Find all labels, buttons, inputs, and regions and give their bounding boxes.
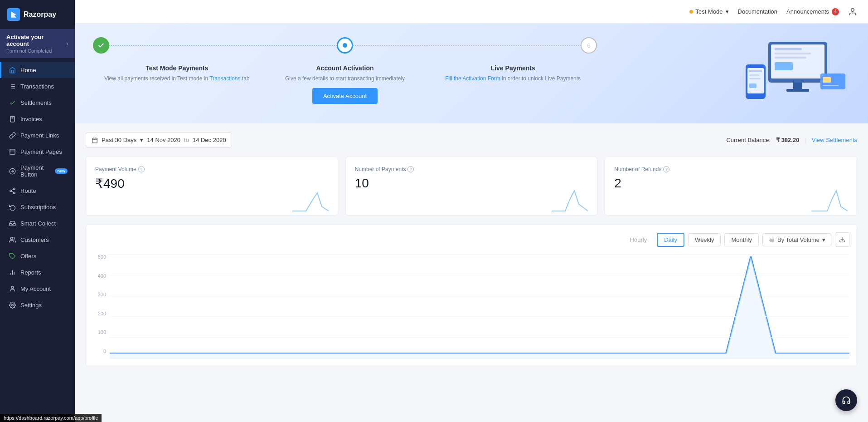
payment-button-badge: new [55, 168, 68, 174]
sidebar-nav: Home Transactions Settlements [0, 58, 75, 422]
sidebar-item-payment-pages[interactable]: Payment Pages [0, 143, 75, 160]
svg-marker-52 [110, 256, 849, 358]
sidebar-item-customers[interactable]: Customers [0, 231, 75, 248]
sort-icon [768, 236, 775, 243]
sidebar-item-smart-collect[interactable]: Smart Collect [0, 215, 75, 231]
headphones-icon [842, 396, 851, 405]
svg-point-24 [11, 304, 13, 306]
payments-info-icon[interactable]: ? [407, 166, 414, 172]
activation-section: 6 Test Mode Payments View all payments r… [75, 24, 868, 123]
date-filter[interactable]: Past 30 Days ▾ 14 Nov 2020 to 14 Dec 202… [86, 132, 232, 147]
test-mode-chevron-icon: ▾ [726, 8, 729, 15]
sidebar-item-subscriptions[interactable]: Subscriptions [0, 199, 75, 215]
user-menu[interactable] [848, 7, 857, 16]
user-icon [848, 7, 857, 16]
sidebar-item-payment-pages-label: Payment Pages [20, 148, 62, 155]
chart-svg [110, 254, 849, 358]
svg-point-23 [11, 286, 14, 288]
filter-row: Past 30 Days ▾ 14 Nov 2020 to 14 Dec 202… [86, 132, 857, 147]
svg-point-15 [13, 192, 15, 194]
reports-icon [9, 269, 16, 276]
svg-rect-33 [786, 89, 809, 92]
svg-rect-9 [10, 149, 15, 154]
sidebar-item-my-account[interactable]: My Account [0, 280, 75, 297]
payment-volume-card: Payment Volume ? ₹490 [86, 157, 338, 216]
sidebar-item-reports-label: Reports [20, 269, 41, 276]
sidebar-item-offers[interactable]: Offers [0, 248, 75, 264]
daily-button[interactable]: Daily [657, 233, 684, 247]
payment-volume-mini-chart [292, 186, 329, 215]
activation-form-link[interactable]: Fill the Activation Form [445, 75, 500, 82]
payments-mini-chart [552, 186, 588, 215]
razorpay-logo-icon [7, 8, 20, 21]
number-of-payments-card: Number of Payments ? 10 [345, 157, 598, 216]
chart-area [110, 254, 849, 358]
sidebar-item-transactions-label: Transactions [20, 83, 54, 90]
transactions-link[interactable]: Transactions [209, 75, 240, 82]
weekly-button[interactable]: Weekly [688, 233, 721, 246]
announcements-button[interactable]: Announcements 4 [786, 8, 839, 15]
y-label-400: 400 [93, 273, 106, 279]
view-settlements-link[interactable]: View Settlements [812, 137, 857, 143]
my-account-icon [9, 285, 16, 292]
step3-label: Live Payments Fill the Activation Form i… [429, 64, 597, 104]
documentation-link[interactable]: Documentation [738, 8, 777, 15]
y-label-500: 500 [93, 254, 106, 260]
sidebar-item-payment-links[interactable]: Payment Links [0, 127, 75, 143]
step3-indicator: 6 [581, 37, 597, 54]
announcements-label: Announcements [786, 8, 829, 15]
step3-description: Fill the Activation Form in order to unl… [429, 74, 597, 83]
sidebar: Razorpay Activate your account Form not … [0, 0, 75, 422]
sidebar-item-settings-label: Settings [20, 302, 42, 309]
payment-pages-icon [9, 148, 16, 155]
sidebar-item-my-account-label: My Account [20, 285, 51, 292]
chart-controls: Hourly Daily Weekly Monthly By Total Vol… [93, 232, 849, 247]
y-label-300: 300 [93, 292, 106, 297]
step1-description: View all payments received in Test mode … [93, 74, 261, 83]
invoices-icon [9, 115, 16, 123]
refunds-info-icon[interactable]: ? [663, 166, 669, 172]
sort-label: By Total Volume [777, 236, 820, 243]
settings-icon [9, 301, 16, 309]
step2-indicator [337, 37, 353, 54]
sidebar-item-reports[interactable]: Reports [0, 264, 75, 280]
sidebar-item-home[interactable]: Home [0, 62, 75, 78]
sidebar-item-transactions[interactable]: Transactions [0, 78, 75, 94]
sidebar-item-settlements[interactable]: Settlements [0, 94, 75, 111]
sidebar-logo[interactable]: Razorpay [0, 0, 75, 29]
svg-rect-42 [823, 85, 839, 86]
activate-account-button[interactable]: Activate Account [312, 88, 378, 104]
sidebar-item-subscriptions-label: Subscriptions [20, 204, 56, 211]
test-mode-toggle[interactable]: Test Mode ▾ [689, 8, 729, 15]
announcements-badge: 4 [832, 8, 839, 15]
sidebar-item-payment-button[interactable]: Payment Button new [0, 160, 75, 182]
step3-title: Live Payments [429, 64, 597, 72]
period-label: Past 30 Days [102, 137, 136, 143]
sidebar-item-route[interactable]: Route [0, 182, 75, 199]
svg-rect-32 [793, 83, 802, 89]
sidebar-item-settings[interactable]: Settings [0, 297, 75, 313]
svg-rect-39 [749, 83, 756, 88]
calendar-icon [92, 137, 98, 143]
sidebar-item-payment-links-label: Payment Links [20, 132, 59, 139]
monthly-button[interactable]: Monthly [724, 233, 759, 246]
status-bar: https://dashboard.razorpay.com/app/profi… [0, 414, 102, 422]
sort-chevron-icon: ▾ [822, 236, 825, 243]
activate-banner-title: Activate your account [6, 34, 66, 47]
sort-dropdown[interactable]: By Total Volume ▾ [762, 233, 831, 246]
payment-volume-info-icon[interactable]: ? [138, 166, 145, 172]
activate-banner[interactable]: Activate your account Form not Completed… [0, 29, 75, 58]
sidebar-item-invoices[interactable]: Invoices [0, 111, 75, 127]
illustration-svg [732, 37, 850, 110]
svg-rect-36 [749, 70, 762, 72]
payment-links-icon [9, 132, 16, 139]
hourly-button[interactable]: Hourly [624, 234, 654, 246]
topbar: Test Mode ▾ Documentation Announcements … [75, 0, 868, 24]
step2-title: Account Activation [261, 64, 429, 72]
sidebar-item-invoices-label: Invoices [20, 116, 42, 123]
step2-label: Account Activation Give a few details to… [261, 64, 429, 104]
support-button[interactable] [835, 389, 857, 411]
smart-collect-icon [9, 220, 16, 227]
download-button[interactable] [835, 232, 849, 247]
activate-banner-sub: Form not Completed [6, 48, 66, 54]
